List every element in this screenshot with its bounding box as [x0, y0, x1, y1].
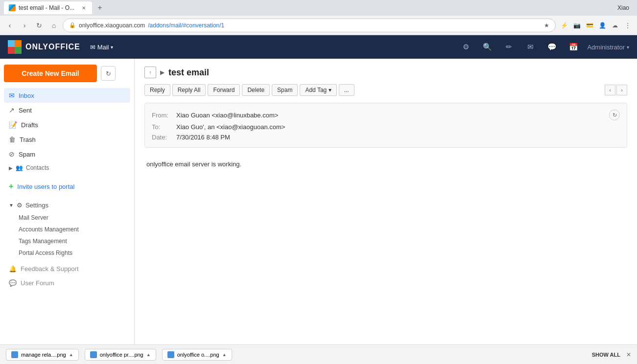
back-to-list-btn[interactable]: ↑ — [144, 67, 156, 78]
from-label: From: — [152, 112, 176, 119]
calendar-icon-btn[interactable]: 📅 — [566, 39, 581, 55]
expand-meta-btn[interactable]: ↻ — [609, 110, 620, 120]
feedback-support-row[interactable]: 🔔 Feedback & Support — [4, 262, 130, 276]
settings-portal-access[interactable]: Portal Access Rights — [14, 247, 130, 259]
reply-button[interactable]: Reply — [144, 84, 170, 96]
new-tab-button[interactable]: + — [94, 2, 106, 14]
settings-sub-items: Mail Server Accounts Management Tags Man… — [4, 212, 130, 259]
to-value: Xiao Guo', an <xiao@xiaoguoan.com> — [176, 123, 285, 131]
sidebar-item-inbox[interactable]: ✉ Inbox — [4, 88, 130, 103]
app-header: ONLYOFFICE ✉ Mail ▾ ⚙ 🔍 ✏ ✉ 💬 📅 Administ… — [0, 35, 637, 59]
camera-icon[interactable]: 📷 — [571, 20, 582, 31]
sidebar-item-trash[interactable]: 🗑 Trash — [4, 132, 130, 147]
meta-from-row: From: Xiao Guoan <xiao@linuxbabe.com> ↻ — [152, 108, 620, 122]
download-item-2[interactable]: onlyoffice pr....png ▲ — [85, 349, 156, 361]
inbox-label: Inbox — [19, 92, 34, 99]
app-logo: ONLYOFFICE — [8, 40, 80, 54]
feedback-icon: 🔔 — [9, 265, 17, 273]
forum-label: User Forum — [21, 279, 54, 287]
download-name-3: onlyoffice o....png — [177, 352, 219, 358]
browser-tab[interactable]: test email - Mail - O... ✕ — [4, 1, 92, 14]
from-value: Xiao Guoan <xiao@linuxbabe.com> — [176, 112, 278, 119]
email-breadcrumb-arrow: ▶ — [160, 69, 165, 76]
download-chevron-1[interactable]: ▲ — [69, 352, 73, 357]
profile-icon[interactable]: 👤 — [597, 20, 608, 31]
admin-chevron: ▾ — [627, 45, 629, 50]
show-all-button[interactable]: SHOW ALL — [592, 352, 620, 358]
mail-nav-icon: ✉ — [90, 44, 95, 51]
settings-tags-management[interactable]: Tags Management — [14, 235, 130, 247]
settings-mail-server[interactable]: Mail Server — [14, 212, 130, 224]
spam-button[interactable]: Spam — [272, 84, 298, 96]
add-tag-button[interactable]: Add Tag ▾ — [300, 84, 336, 96]
home-button[interactable]: ⌂ — [48, 20, 60, 31]
reply-all-button[interactable]: Reply All — [172, 84, 206, 96]
nav-mail[interactable]: ✉ Mail ▾ — [86, 44, 118, 51]
close-downloads-btn[interactable]: ✕ — [626, 351, 631, 358]
trash-label: Trash — [20, 136, 36, 143]
main-content: Create New Email ↻ ✉ Inbox ↗ Sent 📝 Draf… — [0, 59, 637, 344]
invite-users-row[interactable]: + Invite users to portal — [4, 178, 130, 195]
create-email-button[interactable]: Create New Email — [4, 65, 97, 82]
download-item-3[interactable]: onlyoffice o....png ▲ — [162, 349, 232, 361]
admin-button[interactable]: Administrator ▾ — [587, 44, 629, 51]
extensions-icon[interactable]: ⚡ — [559, 20, 569, 31]
tab-close-btn[interactable]: ✕ — [80, 4, 87, 11]
edit-icon-btn[interactable]: ✏ — [501, 39, 517, 55]
sidebar-item-sent[interactable]: ↗ Sent — [4, 103, 130, 117]
chat-icon-btn[interactable]: 💬 — [544, 39, 560, 55]
settings-header[interactable]: ▼ ⚙ Settings — [4, 199, 130, 212]
settings-accounts-management[interactable]: Accounts Management — [14, 224, 130, 235]
spam-label: Spam — [19, 151, 35, 158]
download-item-1[interactable]: manage rela....png ▲ — [6, 349, 79, 361]
download-icon-3 — [167, 351, 174, 358]
trash-icon: 🗑 — [9, 136, 16, 143]
back-button[interactable]: ‹ — [4, 20, 16, 31]
meta-date-row: Date: 7/30/2016 8:48 PM — [152, 132, 620, 142]
sent-icon: ↗ — [9, 106, 15, 114]
menu-btn[interactable]: ⋮ — [622, 20, 633, 31]
invite-plus-icon: + — [9, 182, 13, 191]
email-subject-row: ↑ ▶ test email — [144, 67, 627, 78]
delete-button[interactable]: Delete — [242, 84, 270, 96]
download-chevron-3[interactable]: ▲ — [222, 352, 227, 357]
wallet-icon[interactable]: 💳 — [584, 20, 595, 31]
reload-button[interactable]: ↻ — [33, 20, 45, 31]
url-path: /addons/mail/#conversation/1 — [148, 22, 224, 29]
settings-icon-btn[interactable]: ⚙ — [458, 39, 473, 55]
contacts-expand-icon: ▶ — [9, 165, 13, 171]
tab-favicon — [9, 4, 16, 11]
email-nav-arrows: ‹ › — [605, 85, 627, 95]
prev-email-btn[interactable]: ‹ — [605, 85, 615, 95]
download-icon-2 — [90, 351, 97, 358]
sidebar-item-drafts[interactable]: 📝 Drafts — [4, 117, 130, 132]
settings-expand-icon: ▼ — [9, 203, 14, 208]
sidebar-item-spam[interactable]: ⊘ Spam — [4, 147, 130, 161]
logo-icon — [8, 40, 22, 54]
contacts-section[interactable]: ▶ 👥 Contacts — [4, 161, 130, 174]
spam-icon: ⊘ — [9, 150, 15, 158]
email-meta: From: Xiao Guoan <xiao@linuxbabe.com> ↻ … — [144, 103, 627, 148]
refresh-button[interactable]: ↻ — [101, 66, 116, 81]
mail-nav-chevron: ▾ — [111, 45, 113, 50]
settings-gear-icon: ⚙ — [17, 202, 23, 209]
download-chevron-2[interactable]: ▲ — [146, 352, 151, 357]
settings-label: Settings — [25, 202, 48, 209]
downloads-bar: manage rela....png ▲ onlyoffice pr....pn… — [0, 344, 637, 364]
mail-nav-label: Mail — [97, 44, 109, 51]
user-forum-row[interactable]: 💬 User Forum — [4, 276, 130, 290]
forward-button[interactable]: › — [19, 20, 30, 31]
mail-icon-btn[interactable]: ✉ — [522, 39, 538, 55]
browser-user: Xiao — [617, 4, 633, 11]
sidebar: Create New Email ↻ ✉ Inbox ↗ Sent 📝 Draf… — [0, 59, 135, 344]
download-icon-1 — [11, 351, 18, 358]
app-container: ONLYOFFICE ✉ Mail ▾ ⚙ 🔍 ✏ ✉ 💬 📅 Administ… — [0, 35, 637, 364]
date-value: 7/30/2016 8:48 PM — [176, 134, 230, 141]
next-email-btn[interactable]: › — [616, 85, 627, 95]
more-button[interactable]: ... — [339, 84, 354, 96]
search-icon-btn[interactable]: 🔍 — [479, 39, 495, 55]
forward-button[interactable]: Forward — [208, 84, 240, 96]
address-bar[interactable]: 🔒 onlyoffice.xiaoguoan.com/addons/mail/#… — [63, 19, 556, 32]
sync-icon[interactable]: ☁ — [610, 20, 620, 31]
contacts-icon: 👥 — [16, 164, 23, 171]
